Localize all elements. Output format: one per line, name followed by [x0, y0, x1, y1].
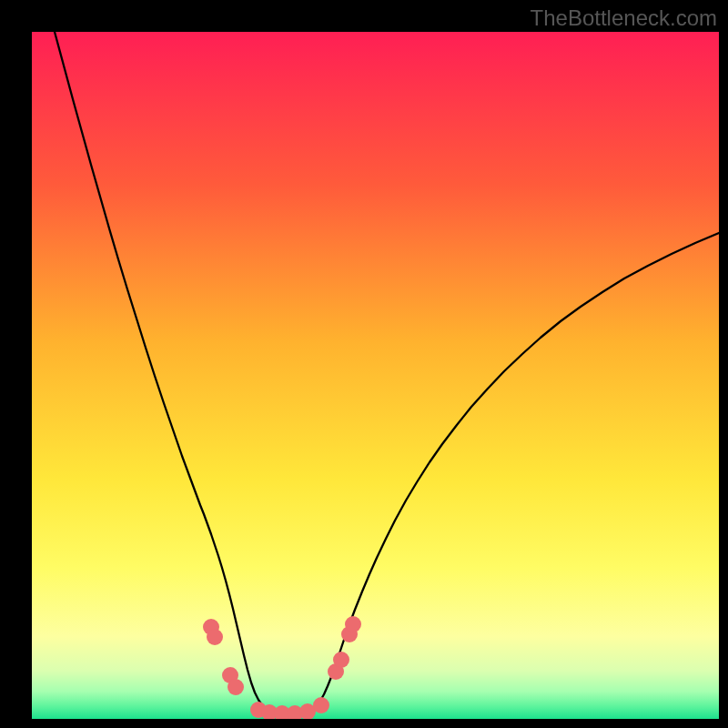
- watermark-text: TheBottleneck.com: [531, 5, 717, 31]
- data-dot: [207, 629, 223, 645]
- data-dot: [333, 652, 349, 668]
- data-dot: [228, 679, 244, 695]
- chart-frame: TheBottleneck.com: [0, 0, 728, 728]
- data-dot: [345, 616, 361, 632]
- gradient-plot-area: [32, 32, 719, 719]
- bottleneck-chart: [0, 0, 728, 728]
- data-dot: [313, 697, 329, 713]
